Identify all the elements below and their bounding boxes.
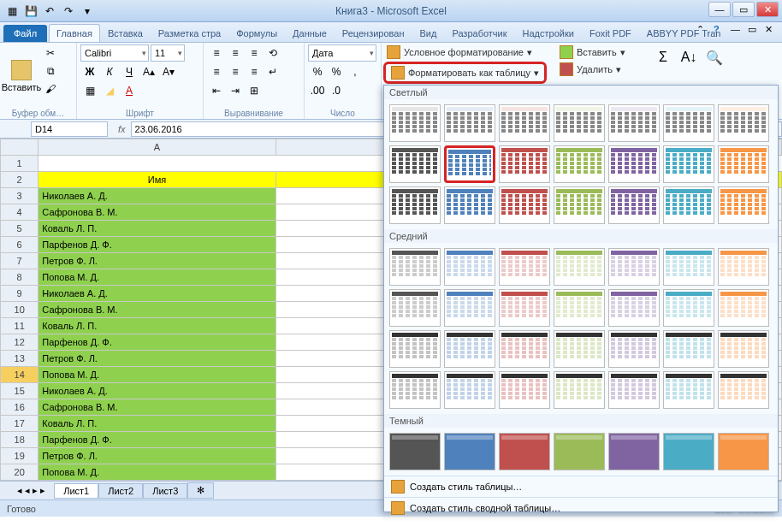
minimize-ribbon-icon[interactable]: ⌃ [696,24,708,36]
insert-cells-button[interactable]: Вставить▾ [556,44,629,60]
new-pivot-style-button[interactable]: Создать стиль сводной таблицы… [384,497,778,518]
help-icon[interactable]: ? [714,24,726,36]
table-style-swatch[interactable] [718,186,769,224]
tab-developer[interactable]: Разработчик [444,24,514,42]
increase-indent-icon[interactable]: ⇥ [226,82,245,99]
row-header[interactable]: 17 [1,416,39,432]
cell[interactable]: Сафронова В. М. [39,302,275,318]
row-header[interactable]: 9 [1,286,39,302]
excel-icon[interactable]: ▦ [3,3,21,20]
table-style-swatch[interactable] [608,248,660,286]
table-style-swatch[interactable] [389,371,441,409]
table-style-swatch[interactable] [444,104,495,142]
borders-icon[interactable]: ▦ [80,82,99,99]
cell[interactable]: Парфенов Д. Ф. [39,334,275,351]
cell[interactable]: Петров Ф. Л. [39,448,275,464]
format-painter-icon[interactable]: 🖌 [41,80,60,98]
undo-icon[interactable]: ↶ [41,3,58,20]
table-style-swatch[interactable] [444,371,495,409]
row-header[interactable]: 4 [1,204,39,221]
cell[interactable]: Коваль Л. П. [39,416,275,432]
table-style-swatch[interactable] [444,289,495,327]
font-color-icon[interactable]: A [120,82,139,99]
tab-data[interactable]: Данные [285,24,335,42]
cell[interactable]: Попова М. Д. [39,367,275,383]
cell[interactable]: Николаев А. Д. [39,188,275,204]
table-style-swatch[interactable] [608,371,660,409]
header-cell[interactable]: Имя [39,172,275,188]
merge-icon[interactable]: ⊞ [245,82,264,99]
font-size-combo[interactable]: 11 [151,44,185,62]
doc-close-icon[interactable]: ✕ [765,24,777,36]
new-table-style-button[interactable]: Создать стиль таблицы… [384,476,778,497]
wrap-text-icon[interactable]: ↵ [264,63,282,80]
doc-restore-icon[interactable]: ▭ [748,24,760,36]
table-style-swatch[interactable] [608,186,660,224]
table-style-swatch[interactable] [718,330,769,368]
format-as-table-button[interactable]: Форматировать как таблицу▾ [383,62,547,84]
table-style-swatch[interactable] [718,104,769,142]
table-style-swatch[interactable] [608,433,660,470]
decrease-indent-icon[interactable]: ⇤ [207,82,226,99]
table-style-swatch[interactable] [499,289,550,327]
align-right-icon[interactable]: ≡ [245,63,264,80]
find-icon[interactable]: 🔍 [703,46,726,68]
comma-icon[interactable]: , [346,63,364,80]
table-style-swatch[interactable] [554,371,605,409]
table-style-swatch[interactable] [663,433,714,470]
table-style-swatch[interactable] [663,186,714,224]
row-header[interactable]: 1 [1,156,39,172]
cell[interactable]: Николаев А. Д. [39,383,275,399]
row-header[interactable]: 10 [1,302,39,318]
sheet-tab[interactable]: Лист3 [143,483,187,499]
table-style-swatch[interactable] [663,145,714,183]
table-style-swatch[interactable] [389,289,441,327]
tab-addins[interactable]: Надстройки [515,24,582,42]
qat-dropdown-icon[interactable]: ▾ [79,3,96,20]
close-button[interactable]: ✕ [756,2,779,17]
row-header[interactable]: 12 [1,334,39,351]
copy-icon[interactable]: ⧉ [41,62,60,80]
table-style-swatch[interactable] [554,248,605,286]
table-style-swatch[interactable] [444,433,495,470]
fill-color-icon[interactable]: ◢ [100,82,119,99]
row-header[interactable]: 3 [1,188,39,204]
cell[interactable]: Петров Ф. Л. [39,351,275,367]
delete-cells-button[interactable]: Удалить▾ [556,62,629,77]
table-style-swatch[interactable] [554,289,605,327]
table-style-swatch[interactable] [663,330,714,368]
cell[interactable]: Петров Ф. Л. [39,253,275,269]
increase-font-icon[interactable]: A▴ [139,63,158,80]
table-style-swatch[interactable] [499,371,550,409]
cell[interactable]: Коваль Л. П. [39,221,275,237]
align-left-icon[interactable]: ≡ [207,63,226,80]
table-style-swatch[interactable] [718,371,769,409]
row-header[interactable]: 13 [1,351,39,367]
redo-icon[interactable]: ↷ [60,3,77,20]
cell[interactable]: Сафронова В. М. [39,204,275,221]
row-header[interactable]: 2 [1,172,39,188]
table-style-swatch[interactable] [554,186,605,224]
tab-insert[interactable]: Вставка [100,24,151,42]
sheet-tab[interactable]: Лист2 [98,483,143,499]
percent-icon[interactable]: % [327,63,346,80]
table-style-swatch[interactable] [554,145,605,183]
maximize-button[interactable]: ▭ [732,2,755,17]
cell[interactable]: Парфенов Д. Ф. [39,432,275,448]
tab-review[interactable]: Рецензирован [335,24,412,42]
cell[interactable]: Попова М. Д. [39,464,275,481]
table-style-swatch[interactable] [389,186,441,224]
row-header[interactable]: 7 [1,253,39,269]
increase-decimal-icon[interactable]: .00 [308,82,327,99]
sheet-nav-icons[interactable]: ◂ ◂ ▸ ▸ [17,485,45,496]
paste-button[interactable]: Вставить [3,44,39,108]
file-tab[interactable]: Файл [3,25,47,42]
table-style-swatch[interactable] [389,433,441,470]
table-style-swatch[interactable] [718,433,769,470]
row-header[interactable]: 11 [1,318,39,334]
doc-minimize-icon[interactable]: — [731,24,743,36]
currency-icon[interactable]: % [308,63,327,80]
autosum-icon[interactable]: Σ [652,46,674,68]
tab-formulas[interactable]: Формулы [228,24,285,42]
row-header[interactable]: 8 [1,269,39,286]
